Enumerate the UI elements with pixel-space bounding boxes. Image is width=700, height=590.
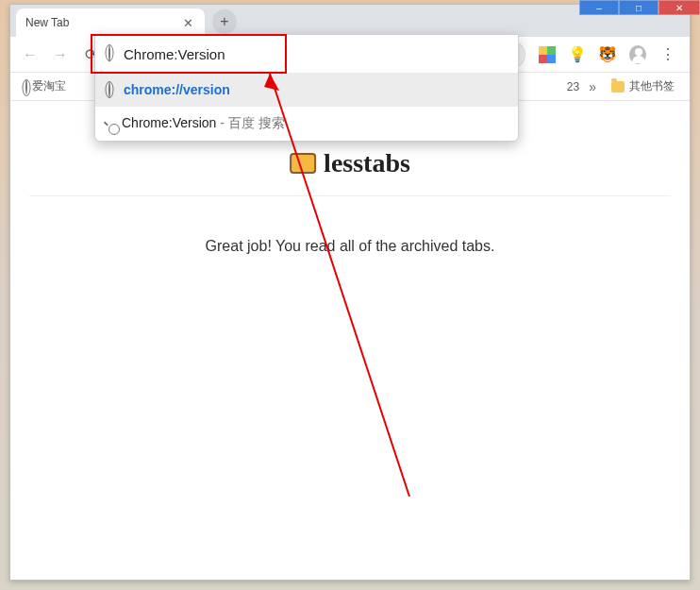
brand-text: lesstabs	[324, 148, 410, 178]
omnibox-dropdown: chrome://version Chrome:Version - 百度 搜索	[94, 34, 519, 142]
suggestion-search[interactable]: Chrome:Version - 百度 搜索	[95, 107, 518, 141]
suggestion-url[interactable]: chrome://version	[95, 73, 518, 107]
suggestion-text: chrome://version	[124, 82, 230, 97]
svg-rect-0	[539, 46, 547, 55]
bookmark-truncated-text[interactable]: 23	[567, 80, 579, 93]
google-drive-icon[interactable]	[539, 46, 556, 63]
profile-avatar-icon[interactable]	[629, 46, 646, 63]
lesstabs-logo-icon	[290, 153, 316, 174]
svg-rect-2	[539, 55, 547, 63]
tiger-extension-icon[interactable]: 🐯	[599, 46, 616, 63]
divider	[29, 195, 671, 196]
omnibox-input[interactable]	[124, 46, 505, 62]
window-maximize-button[interactable]: □	[619, 0, 658, 15]
bookmark-label: 爱淘宝	[32, 78, 66, 94]
back-button[interactable]: ←	[16, 41, 44, 69]
suggestion-desc: - 百度 搜索	[216, 115, 284, 130]
page-brand: lesstabs	[290, 148, 410, 178]
folder-icon	[611, 81, 625, 93]
globe-icon	[108, 81, 110, 98]
extension-area: 💡 🐯 ⋮	[531, 46, 684, 63]
bulb-extension-icon[interactable]: 💡	[569, 46, 586, 63]
other-bookmarks-folder[interactable]: 其他书签	[606, 76, 680, 97]
page-content: lesstabs Great job! You read all of the …	[10, 101, 690, 580]
globe-icon	[25, 79, 27, 94]
svg-rect-3	[547, 55, 556, 63]
globe-icon	[108, 44, 110, 62]
other-bookmarks-label: 其他书签	[629, 78, 675, 94]
new-tab-button[interactable]: +	[212, 9, 237, 34]
svg-rect-1	[547, 46, 556, 55]
window-minimize-button[interactable]: –	[579, 0, 619, 15]
bookmarks-overflow-button[interactable]: »	[589, 79, 596, 94]
forward-button[interactable]: →	[46, 41, 75, 69]
tab-active[interactable]: New Tab ✕	[16, 8, 205, 37]
menu-button[interactable]: ⋮	[659, 46, 676, 63]
window-close-button[interactable]: ✕	[658, 0, 700, 15]
bookmark-item-aitaobao[interactable]: 爱淘宝	[20, 76, 72, 97]
tab-title: New Tab	[25, 16, 69, 29]
status-message: Great job! You read all of the archived …	[10, 238, 690, 255]
suggestion-text: Chrome:Version	[122, 115, 216, 130]
tab-close-icon[interactable]: ✕	[180, 15, 195, 30]
omnibox-input-row	[95, 35, 518, 73]
